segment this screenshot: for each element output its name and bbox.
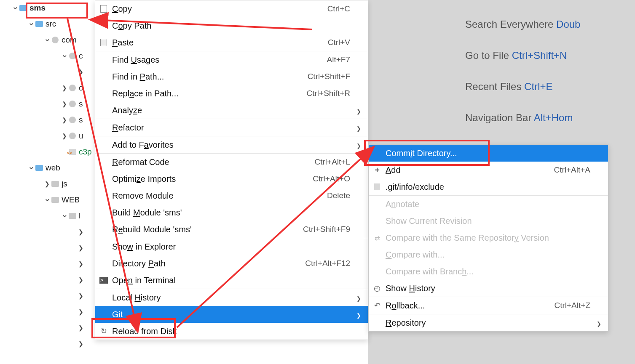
- tree-item[interactable]: com: [0, 32, 97, 48]
- menu-item[interactable]: Git: [95, 306, 368, 323]
- menu-item-shortcut: Ctrl+Shift+F: [308, 72, 350, 81]
- tree-item-label: src: [46, 19, 56, 29]
- chevron-right-icon[interactable]: [61, 101, 68, 107]
- context-menu-project[interactable]: CopyCtrl+CCopy PathPasteCtrl+VFind Usage…: [95, 0, 368, 340]
- menu-item[interactable]: Add to Favorites: [95, 136, 368, 153]
- folder-icon: [51, 180, 60, 188]
- tree-item[interactable]: [0, 256, 97, 272]
- menu-item[interactable]: Build Module 'sms': [95, 204, 368, 221]
- menu-item[interactable]: Replace in Path...Ctrl+Shift+R: [95, 85, 368, 102]
- chevron-right-icon[interactable]: [78, 308, 84, 315]
- menu-item[interactable]: CopyCtrl+C: [95, 0, 368, 17]
- chevron-right-icon[interactable]: [44, 181, 51, 187]
- chevron-down-icon[interactable]: [28, 19, 35, 29]
- menu-item[interactable]: Refactor: [95, 119, 368, 136]
- tree-item[interactable]: WEB: [0, 192, 97, 208]
- chevron-right-icon[interactable]: [61, 133, 68, 139]
- menu-item[interactable]: Commit Directory...: [369, 145, 608, 162]
- menu-item-label: Compare with Branch...: [386, 267, 590, 276]
- hint-search-everywhere: Search Everywhere Doub: [465, 19, 580, 30]
- git-submenu[interactable]: Commit Directory...AddCtrl+Alt+A.git/inf…: [368, 144, 608, 332]
- menu-item[interactable]: Show in Explorer: [95, 238, 368, 255]
- chevron-right-icon[interactable]: [78, 276, 84, 283]
- menu-item[interactable]: Repository: [369, 314, 608, 331]
- chevron-down-icon[interactable]: [61, 211, 68, 221]
- menu-item-label: Remove Module: [112, 191, 324, 201]
- menu-item-label: Rebuild Module 'sms': [112, 225, 300, 234]
- package-icon: [51, 36, 60, 44]
- tree-item[interactable]: sms: [0, 0, 97, 16]
- menu-item-shortcut: Ctrl+Alt+Z: [554, 301, 590, 310]
- tree-item[interactable]: [0, 224, 97, 240]
- chevron-down-icon[interactable]: [28, 163, 35, 173]
- menu-item[interactable]: .git/info/exclude: [369, 178, 608, 195]
- menu-item: Compare with Branch...: [369, 263, 608, 280]
- menu-item-label: Copy Path: [112, 21, 350, 31]
- menu-item[interactable]: Directory PathCtrl+Alt+F12: [95, 255, 368, 272]
- tree-item[interactable]: src: [0, 16, 97, 32]
- hint-shortcut: Alt+Hom: [534, 112, 573, 123]
- term-icon: [99, 277, 109, 284]
- module-folder-icon: [35, 164, 44, 172]
- menu-item[interactable]: Find in Path...Ctrl+Shift+F: [95, 68, 368, 85]
- tree-item[interactable]: web: [0, 160, 97, 176]
- tree-item[interactable]: [0, 320, 97, 336]
- menu-item[interactable]: Copy Path: [95, 17, 368, 34]
- tree-item[interactable]: c3p: [0, 144, 97, 160]
- menu-item-label: Reformat Code: [112, 157, 311, 167]
- menu-item[interactable]: AddCtrl+Alt+A: [369, 162, 608, 178]
- package-icon: [68, 84, 77, 92]
- menu-item-label: Local History: [112, 293, 350, 303]
- menu-item[interactable]: Remove ModuleDelete: [95, 187, 368, 204]
- chevron-down-icon[interactable]: [44, 35, 51, 45]
- tree-item[interactable]: [0, 64, 97, 80]
- chevron-right-icon[interactable]: [78, 324, 84, 331]
- menu-item-shortcut: Ctrl+Shift+R: [307, 89, 350, 98]
- chevron-right-icon[interactable]: [78, 260, 84, 267]
- chevron-right-icon[interactable]: [61, 85, 68, 91]
- paste-icon: [99, 39, 109, 46]
- menu-item[interactable]: Local History: [95, 289, 368, 306]
- tree-item-label: l: [79, 211, 80, 221]
- menu-item[interactable]: Find UsagesAlt+F7: [95, 51, 368, 68]
- tree-item[interactable]: [0, 272, 97, 288]
- tree-item[interactable]: s: [0, 96, 97, 112]
- menu-item[interactable]: Open in Terminal: [95, 272, 368, 289]
- menu-item[interactable]: Analyze: [95, 102, 368, 119]
- file-icon: [372, 183, 382, 190]
- tree-item[interactable]: c: [0, 80, 97, 96]
- menu-item-label: Refactor: [112, 123, 350, 133]
- tree-item[interactable]: s: [0, 112, 97, 128]
- chevron-down-icon[interactable]: [12, 3, 19, 13]
- tree-item[interactable]: u: [0, 128, 97, 144]
- chevron-right-icon[interactable]: [78, 340, 84, 347]
- menu-item-label: Analyze: [112, 106, 350, 115]
- tree-item[interactable]: c: [0, 48, 97, 64]
- project-tree[interactable]: smssrccomccssuc3pwebjsWEBl: [0, 0, 97, 364]
- chevron-right-icon[interactable]: [78, 69, 84, 75]
- tree-item[interactable]: [0, 288, 97, 304]
- chevron-down-icon[interactable]: [61, 51, 68, 61]
- chevron-down-icon[interactable]: [44, 195, 51, 205]
- tree-item[interactable]: js: [0, 176, 97, 192]
- menu-item[interactable]: Rebuild Module 'sms'Ctrl+Shift+F9: [95, 221, 368, 238]
- chevron-right-icon[interactable]: [78, 244, 84, 251]
- chevron-right-icon[interactable]: [78, 292, 84, 299]
- hint-shortcut: Ctrl+E: [524, 81, 552, 92]
- tree-item[interactable]: [0, 240, 97, 256]
- menu-item[interactable]: Optimize ImportsCtrl+Alt+O: [95, 170, 368, 187]
- menu-item-shortcut: Delete: [327, 191, 350, 200]
- tree-item[interactable]: [0, 336, 97, 352]
- chevron-right-icon[interactable]: [61, 117, 68, 123]
- hint-text: Go to File: [465, 50, 512, 61]
- module-folder-icon: [35, 20, 44, 28]
- copy-icon: [99, 5, 109, 13]
- chevron-right-icon[interactable]: [78, 228, 84, 235]
- tree-item[interactable]: [0, 304, 97, 320]
- menu-item[interactable]: Rollback...Ctrl+Alt+Z: [369, 297, 608, 314]
- menu-item[interactable]: PasteCtrl+V: [95, 34, 368, 51]
- tree-item[interactable]: l: [0, 208, 97, 224]
- menu-item[interactable]: Reload from Disk: [95, 323, 368, 340]
- menu-item[interactable]: Reformat CodeCtrl+Alt+L: [95, 154, 368, 170]
- menu-item[interactable]: Show History: [369, 280, 608, 297]
